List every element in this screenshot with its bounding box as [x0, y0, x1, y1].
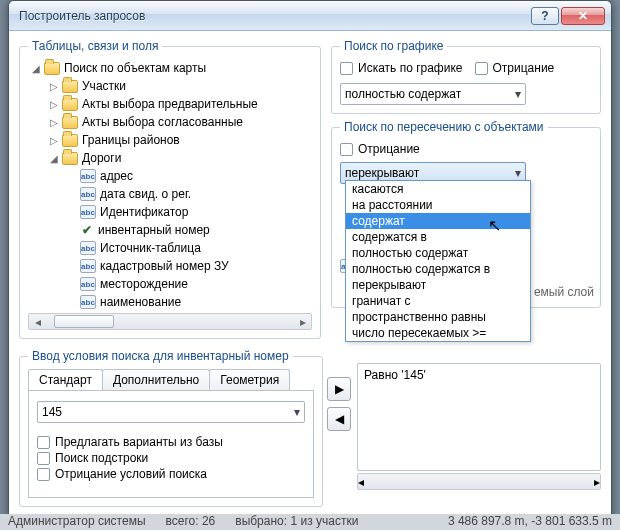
- value-combo[interactable]: 145 ▾: [37, 401, 305, 423]
- dropdown-item[interactable]: касаются: [346, 181, 530, 197]
- tab-advanced[interactable]: Дополнительно: [102, 369, 210, 390]
- tab-standard[interactable]: Стандарт: [28, 369, 103, 390]
- tree-hscrollbar[interactable]: ◂ ▸: [28, 313, 312, 330]
- field-type-icon: abc: [80, 169, 96, 183]
- condition-hscrollbar[interactable]: ◂ ▸: [357, 473, 601, 490]
- checkbox-icon: [340, 143, 353, 156]
- status-bar: Администратор системы всего: 26 выбрано:…: [0, 514, 620, 530]
- expand-icon[interactable]: ▷: [48, 135, 60, 146]
- tree-field[interactable]: abcнаименование: [66, 293, 312, 311]
- close-button[interactable]: ✕: [561, 7, 605, 25]
- remove-condition-button[interactable]: ◀: [327, 407, 351, 431]
- tree-folder-open[interactable]: ◢Дороги: [48, 149, 312, 167]
- scroll-thumb[interactable]: [54, 315, 114, 328]
- graphic-search-legend: Поиск по графике: [340, 39, 447, 53]
- checkbox-icon: [340, 62, 353, 75]
- folder-icon: [62, 80, 78, 93]
- field-type-icon: abc: [80, 259, 96, 273]
- field-type-icon: abc: [80, 277, 96, 291]
- intersection-legend: Поиск по пересечению с объектами: [340, 120, 548, 134]
- scroll-right-icon[interactable]: ▸: [594, 475, 600, 489]
- folder-icon: [62, 98, 78, 111]
- folder-icon: [62, 152, 78, 165]
- field-type-icon: abc: [80, 295, 96, 309]
- dropdown-item[interactable]: пространственно равны: [346, 309, 530, 325]
- dropdown-item[interactable]: число пересекаемых >=: [346, 325, 530, 341]
- tree-folder[interactable]: ▷Акты выбора предварительные: [48, 95, 312, 113]
- tables-fields-legend: Таблицы, связи и поля: [28, 39, 162, 53]
- tree-folder[interactable]: ▷Границы районов: [48, 131, 312, 149]
- help-button[interactable]: ?: [531, 7, 559, 25]
- checkbox-icon: [37, 468, 50, 481]
- checkbox-icon: [37, 436, 50, 449]
- arrow-left-icon: ◀: [335, 412, 344, 426]
- chevron-down-icon: ▾: [515, 87, 521, 101]
- status-user: Администратор системы: [8, 514, 146, 530]
- negation-checkbox[interactable]: Отрицание: [475, 61, 555, 75]
- graphic-mode-combo[interactable]: полностью содержат ▾: [340, 83, 526, 105]
- field-type-icon: abc: [80, 187, 96, 201]
- folder-icon: [44, 62, 60, 75]
- condition-tabs: Стандарт Дополнительно Геометрия: [28, 369, 314, 390]
- window-title: Построитель запросов: [19, 9, 529, 23]
- tree-folder[interactable]: ▷Участки: [48, 77, 312, 95]
- check-icon: ✔: [80, 223, 94, 237]
- status-coord: 3 486 897.8 m, -3 801 633.5 m: [448, 514, 612, 530]
- chevron-down-icon: ▾: [294, 405, 300, 419]
- status-selection: выбрано: 1 из участки: [235, 514, 358, 530]
- tree-field[interactable]: ✔инвентарный номер: [66, 221, 312, 239]
- graphic-search-group: Поиск по графике Искать по графике Отриц…: [331, 39, 601, 114]
- collapse-icon[interactable]: ◢: [30, 63, 42, 74]
- tree-field[interactable]: abcИсточник-таблица: [66, 239, 312, 257]
- tree-folder[interactable]: ▷Акты выбора согласованные: [48, 113, 312, 131]
- expand-icon[interactable]: ▷: [48, 99, 60, 110]
- dropdown-item[interactable]: на расстоянии: [346, 197, 530, 213]
- condition-expression-pane[interactable]: Равно '145': [357, 363, 601, 471]
- expand-icon[interactable]: ▷: [48, 117, 60, 128]
- expand-icon[interactable]: ▷: [48, 81, 60, 92]
- scroll-right-icon[interactable]: ▸: [294, 315, 311, 329]
- search-by-graphic-checkbox[interactable]: Искать по графике: [340, 61, 463, 75]
- tree-field[interactable]: abcадрес: [66, 167, 312, 185]
- intersection-negation-checkbox[interactable]: Отрицание: [340, 142, 592, 156]
- tab-geometry[interactable]: Геометрия: [209, 369, 290, 390]
- scroll-left-icon[interactable]: ◂: [29, 315, 46, 329]
- tree-field[interactable]: abcИдентификатор: [66, 203, 312, 221]
- dropdown-item[interactable]: содержатся в: [346, 229, 530, 245]
- field-type-icon: abc: [80, 241, 96, 255]
- tree-root[interactable]: ◢Поиск по объектам карты: [30, 59, 312, 77]
- intersection-dropdown-list[interactable]: касаютсяна расстояниисодержатсодержатся …: [345, 180, 531, 342]
- checkbox-icon: [37, 452, 50, 465]
- status-total: всего: 26: [166, 514, 216, 530]
- tree-field[interactable]: abcместорождение: [66, 275, 312, 293]
- dropdown-item[interactable]: граничат с: [346, 293, 530, 309]
- add-condition-button[interactable]: ▶: [327, 377, 351, 401]
- tables-fields-group: Таблицы, связи и поля ◢Поиск по объектам…: [19, 39, 321, 339]
- arrow-right-icon: ▶: [335, 382, 344, 396]
- checkbox-icon: [475, 62, 488, 75]
- suggest-from-db-checkbox[interactable]: Предлагать варианты из базы: [37, 435, 305, 449]
- collapse-icon[interactable]: ◢: [48, 153, 60, 164]
- titlebar[interactable]: Построитель запросов ? ✕: [9, 1, 611, 31]
- chevron-down-icon: ▾: [515, 166, 521, 180]
- tree-field[interactable]: abcкадастровый номер ЗУ: [66, 257, 312, 275]
- negate-condition-checkbox[interactable]: Отрицание условий поиска: [37, 467, 305, 481]
- dropdown-item[interactable]: содержат: [346, 213, 530, 229]
- tree-field[interactable]: abcдата свид. о рег.: [66, 185, 312, 203]
- partial-label: емый слой: [534, 285, 594, 299]
- scroll-left-icon[interactable]: ◂: [358, 475, 364, 489]
- substring-checkbox[interactable]: Поиск подстроки: [37, 451, 305, 465]
- folder-icon: [62, 134, 78, 147]
- condition-input-group: Ввод условия поиска для инвентарный номе…: [19, 349, 323, 507]
- folder-icon: [62, 116, 78, 129]
- dropdown-item[interactable]: полностью содержат: [346, 245, 530, 261]
- tree-view[interactable]: ◢Поиск по объектам карты ▷Участки ▷Акты …: [28, 59, 312, 311]
- field-type-icon: abc: [80, 205, 96, 219]
- tab-body: 145 ▾ Предлагать варианты из базы Поиск …: [28, 390, 314, 498]
- dropdown-item[interactable]: перекрывают: [346, 277, 530, 293]
- condition-legend: Ввод условия поиска для инвентарный номе…: [28, 349, 293, 363]
- dropdown-item[interactable]: полностью содержатся в: [346, 261, 530, 277]
